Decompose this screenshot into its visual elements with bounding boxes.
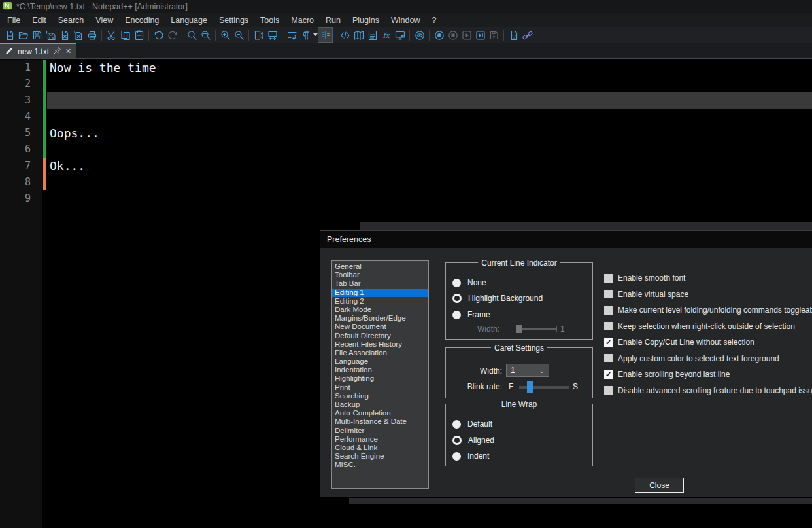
close-tab-icon[interactable]: ✕	[65, 47, 71, 56]
category-toolbar[interactable]: Toolbar	[332, 271, 428, 279]
menu-run[interactable]: Run	[320, 14, 347, 26]
monitoring-icon[interactable]	[413, 28, 426, 42]
menu-plugins[interactable]: Plugins	[347, 14, 385, 26]
category-editing-1[interactable]: Editing 1	[332, 289, 428, 297]
category-language[interactable]: Language	[332, 357, 428, 366]
radio-icon[interactable]	[452, 452, 461, 461]
checkbox-enable-scrolling-beyond-last-line[interactable]: ✓Enable scrolling beyond last line	[604, 369, 730, 379]
cut-icon[interactable]	[105, 28, 118, 42]
zoom-in-icon[interactable]	[218, 28, 232, 42]
macro-stop-icon[interactable]	[446, 28, 460, 42]
hyperlink-icon[interactable]	[520, 28, 534, 42]
checkbox-enable-virtual-space[interactable]: Enable virtual space	[604, 289, 688, 300]
sync-horizontal-scroll-icon[interactable]	[265, 28, 279, 42]
function-list-icon[interactable]: fx	[379, 28, 393, 42]
category-recent-files-history[interactable]: Recent Files History	[332, 340, 428, 349]
checkbox-enable-copy-cut-line-without-selection[interactable]: ✓Enable Copy/Cut Line without selection	[604, 337, 754, 347]
radio-icon[interactable]	[452, 279, 461, 287]
checkbox-apply-custom-color-to-selected-text-foreground[interactable]: Apply custom color to selected text fore…	[604, 353, 779, 364]
menu-tools[interactable]: Tools	[254, 14, 285, 26]
new-file-icon[interactable]	[3, 28, 16, 42]
print-icon[interactable]	[85, 28, 99, 42]
checkbox-disable-advanced-scrolling-feature-due-to-touchpad-issue[interactable]: Disable advanced scrolling feature due t…	[604, 385, 812, 396]
macro-playback-icon[interactable]	[460, 28, 473, 42]
cli-width-slider[interactable]	[516, 328, 557, 330]
checkbox-make-current-level-folding-unfolding-commands-toggleable[interactable]: Make current level folding/unfolding com…	[604, 305, 812, 315]
category-searching[interactable]: Searching	[332, 392, 428, 400]
show-all-characters-dropdown-caret[interactable]	[313, 28, 318, 42]
category-performance[interactable]: Performance	[332, 435, 428, 444]
cli-width-slider-thumb[interactable]	[516, 325, 522, 333]
checked-checkbox-icon[interactable]: ✓	[604, 338, 613, 347]
tab-new-1-txt[interactable]: new 1.txt✕	[0, 43, 76, 58]
save-icon[interactable]	[30, 28, 44, 42]
document-map-icon[interactable]	[352, 28, 365, 42]
category-file-association[interactable]: File Association	[332, 349, 428, 357]
category-dark-mode[interactable]: Dark Mode	[332, 306, 428, 314]
category-multi-instance-date[interactable]: Multi-Instance & Date	[332, 417, 428, 426]
menu-search[interactable]: Search	[52, 14, 90, 26]
radio-icon[interactable]	[452, 294, 462, 303]
category-backup[interactable]: Backup	[332, 400, 428, 409]
sync-vertical-scroll-icon[interactable]	[252, 28, 265, 42]
code-view-icon[interactable]	[338, 28, 352, 42]
find-icon[interactable]	[185, 28, 199, 42]
checked-checkbox-icon[interactable]: ✓	[604, 370, 613, 379]
category-auto-completion[interactable]: Auto-Completion	[332, 409, 428, 417]
current-line-indicator-option-highlight-background[interactable]: Highlight Background	[452, 294, 543, 303]
folder-as-workspace-icon[interactable]	[393, 28, 407, 42]
indent-guide-icon[interactable]	[318, 28, 332, 42]
close-all-documents-icon[interactable]	[71, 28, 85, 42]
category-delimiter[interactable]: Delimiter	[332, 427, 428, 435]
replace-icon[interactable]	[199, 28, 212, 42]
category-default-directory[interactable]: Default Directory	[332, 332, 428, 340]
close-button[interactable]: Close	[635, 478, 684, 493]
copy-icon[interactable]	[118, 28, 132, 42]
category-cloud-link[interactable]: Cloud & Link	[332, 444, 428, 452]
line-wrap-option-indent[interactable]: Indent	[452, 451, 489, 461]
line-wrap-option-default[interactable]: Default	[452, 419, 492, 429]
word-wrap-icon[interactable]	[285, 28, 299, 42]
category-highlighting[interactable]: Highlighting	[332, 374, 428, 383]
radio-icon[interactable]	[452, 311, 461, 319]
unchecked-checkbox-icon[interactable]	[604, 274, 613, 283]
menu-item[interactable]: ?	[426, 14, 442, 26]
menu-view[interactable]: View	[90, 14, 119, 26]
unchecked-checkbox-icon[interactable]	[604, 306, 613, 315]
document-list-icon[interactable]	[365, 28, 379, 42]
save-all-icon[interactable]	[44, 28, 58, 42]
zoom-out-icon[interactable]	[232, 28, 246, 42]
menu-language[interactable]: Language	[165, 14, 213, 26]
blink-rate-slider-thumb[interactable]	[527, 381, 533, 393]
category-indentation[interactable]: Indentation	[332, 366, 428, 374]
category-margins-border-edge[interactable]: Margins/Border/Edge	[332, 314, 428, 323]
pin-tab-icon[interactable]	[53, 46, 61, 57]
menu-encoding[interactable]: Encoding	[119, 14, 165, 26]
unchecked-checkbox-icon[interactable]	[604, 290, 613, 298]
line-wrap-option-aligned[interactable]: Aligned	[452, 436, 494, 445]
category-print[interactable]: Print	[332, 383, 428, 392]
menu-window[interactable]: Window	[385, 14, 426, 26]
checkbox-keep-selection-when-right-click-outside-of-selection[interactable]: Keep selection when right-click outside …	[604, 321, 795, 332]
unchecked-checkbox-icon[interactable]	[604, 322, 613, 330]
macro-save-icon[interactable]	[487, 28, 501, 42]
paste-icon[interactable]	[132, 28, 146, 42]
macro-run-multiple-icon[interactable]	[473, 28, 487, 42]
macro-record-icon[interactable]	[432, 28, 446, 42]
checkbox-enable-smooth-font[interactable]: Enable smooth font	[604, 273, 685, 283]
close-document-icon[interactable]	[58, 28, 71, 42]
category-new-document[interactable]: New Document	[332, 323, 428, 331]
redo-icon[interactable]	[165, 28, 179, 42]
current-line-indicator-option-frame[interactable]: Frame	[452, 310, 490, 319]
menu-settings[interactable]: Settings	[213, 14, 254, 26]
unchecked-checkbox-icon[interactable]	[604, 386, 613, 395]
open-folder-icon[interactable]	[16, 28, 30, 42]
category-search-engine[interactable]: Search Engine	[332, 452, 428, 461]
caret-width-select[interactable]: 1 ⌄	[506, 364, 549, 377]
show-all-characters-icon[interactable]	[299, 28, 313, 42]
category-editing-2[interactable]: Editing 2	[332, 297, 428, 306]
unchecked-checkbox-icon[interactable]	[604, 354, 613, 362]
menu-macro[interactable]: Macro	[285, 14, 320, 26]
menu-file[interactable]: File	[1, 14, 26, 26]
radio-icon[interactable]	[452, 436, 462, 445]
